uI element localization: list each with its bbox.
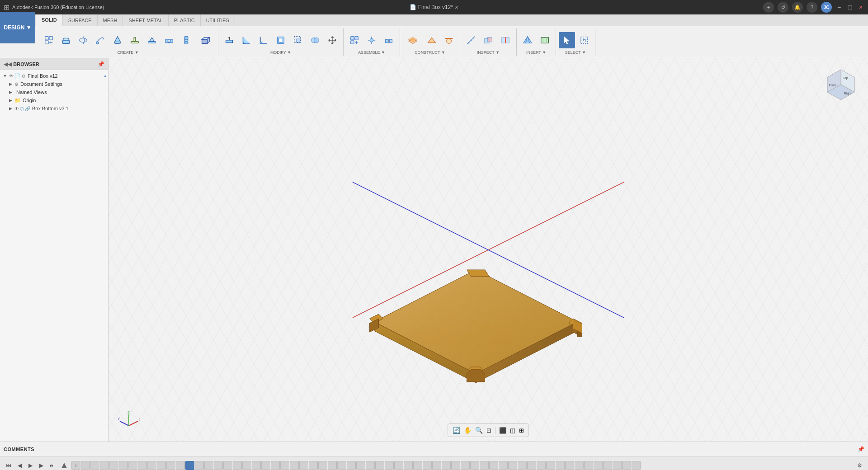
insert-mesh-button[interactable] — [519, 32, 536, 48]
insert-label[interactable]: INSERT ▼ — [526, 50, 546, 56]
timeline-mark-17[interactable] — [233, 461, 242, 470]
hole-button[interactable] — [161, 32, 177, 48]
visual-style-button[interactable]: ◫ — [509, 426, 516, 435]
timeline-mark-12[interactable] — [185, 461, 194, 470]
tab-solid[interactable]: SOLID — [36, 14, 63, 26]
expand-icon[interactable]: ▼ — [2, 73, 8, 79]
timeline-mark-2[interactable] — [90, 461, 99, 470]
timeline-settings-button[interactable]: ⚙ — [854, 461, 864, 470]
timeline-mark-24[interactable] — [299, 461, 308, 470]
timeline-mark-53[interactable] — [575, 461, 584, 470]
timeline-mark-54[interactable] — [584, 461, 593, 470]
inspect-label[interactable]: INSPECT ▼ — [477, 50, 500, 56]
interference-button[interactable] — [480, 32, 496, 48]
timeline-mark-49[interactable] — [537, 461, 546, 470]
tree-item-namedviews[interactable]: ▶ Named Views — [0, 88, 108, 96]
grid-settings-button[interactable]: ⊞ — [518, 426, 525, 435]
timeline-mark-48[interactable] — [527, 461, 536, 470]
timeline-mark-52[interactable] — [565, 461, 574, 470]
tree-item-finalbox[interactable]: ▼ 👁 📄 ⚙ Final Box v12 ● — [0, 72, 108, 80]
timeline-mark-57[interactable] — [613, 461, 622, 470]
timeline-mark-4[interactable] — [109, 461, 118, 470]
sweep-button[interactable] — [92, 32, 108, 48]
timeline-mark-55[interactable] — [594, 461, 603, 470]
section-analysis-button[interactable] — [497, 32, 514, 48]
refresh-button[interactable]: ↺ — [778, 2, 788, 13]
timeline-mark-18[interactable] — [242, 461, 251, 470]
timeline-play-button[interactable]: ▶ — [25, 461, 35, 470]
comments-expand-icon[interactable]: 📌 — [858, 446, 864, 452]
timeline-mark-23[interactable] — [290, 461, 299, 470]
timeline-mark-14[interactable] — [204, 461, 213, 470]
timeline-mark-11[interactable] — [176, 461, 185, 470]
timeline-mark-33[interactable] — [385, 461, 394, 470]
browser-pin-icon[interactable]: 📌 — [98, 61, 104, 67]
assemble-label[interactable]: ASSEMBLE ▼ — [358, 50, 385, 56]
extrude-button[interactable] — [58, 32, 74, 48]
tree-item-docsettings[interactable]: ▶ ⚙ Document Settings — [0, 80, 108, 88]
viewport-orbit-button[interactable]: 🔄 — [452, 426, 461, 435]
help-button[interactable]: ? — [807, 2, 817, 13]
minimize-button[interactable]: − — [835, 4, 843, 11]
timeline-mark-41[interactable] — [461, 461, 470, 470]
notification-bell[interactable]: 🔔 — [792, 2, 803, 13]
viewport-pan-button[interactable]: ✋ — [463, 426, 472, 435]
timeline-mark-51[interactable] — [556, 461, 565, 470]
timeline-mark-50[interactable] — [546, 461, 555, 470]
shell-button[interactable] — [273, 32, 289, 48]
eye-icon[interactable]: 👁 — [9, 74, 14, 79]
timeline-mark-31[interactable] — [366, 461, 375, 470]
timeline-mark-22[interactable] — [280, 461, 289, 470]
timeline-mark-3[interactable] — [100, 461, 109, 470]
close-button[interactable]: × — [857, 4, 864, 11]
timeline-mark-37[interactable] — [423, 461, 432, 470]
measure-button[interactable] — [463, 32, 479, 48]
user-avatar[interactable]: JC — [821, 2, 832, 13]
timeline-mark-43[interactable] — [480, 461, 489, 470]
rib-button[interactable] — [127, 32, 143, 48]
expand-icon[interactable]: ▶ — [7, 89, 14, 95]
modify-label[interactable]: MODIFY ▼ — [270, 50, 291, 56]
fillet-button[interactable] — [238, 32, 255, 48]
new-tab-button[interactable]: + — [763, 2, 774, 13]
chamfer-button[interactable] — [255, 32, 272, 48]
tab-surface[interactable]: SURFACE — [63, 14, 98, 26]
timeline-mark-47[interactable] — [518, 461, 527, 470]
timeline-go-end-button[interactable]: ⏭ — [47, 461, 57, 470]
timeline-mark-6[interactable] — [128, 461, 137, 470]
browser-collapse-icon[interactable]: ◀◀ — [4, 61, 12, 67]
timeline-mark-9[interactable] — [157, 461, 166, 470]
timeline-mark-32[interactable] — [375, 461, 384, 470]
loft-button[interactable] — [109, 32, 126, 48]
select-button[interactable] — [559, 32, 575, 48]
viewport-fit-button[interactable]: ⊡ — [486, 426, 492, 435]
tab-mesh[interactable]: MESH — [98, 14, 123, 26]
thread-button[interactable] — [178, 32, 194, 48]
timeline-mark-45[interactable] — [499, 461, 508, 470]
create-label[interactable]: CREATE ▼ — [117, 50, 138, 56]
expand-icon[interactable]: ▶ — [7, 97, 14, 103]
expand-icon[interactable]: ▶ — [7, 81, 14, 87]
press-pull-button[interactable] — [221, 32, 237, 48]
box-button[interactable] — [195, 30, 215, 50]
web-button[interactable] — [144, 32, 160, 48]
timeline-mark-1[interactable] — [81, 461, 90, 470]
tangent-plane-button[interactable] — [441, 32, 457, 48]
plane-at-angle-button[interactable] — [424, 32, 440, 48]
timeline-mark-10[interactable] — [166, 461, 175, 470]
timeline-mark-34[interactable] — [394, 461, 403, 470]
viewport-zoom-button[interactable]: 🔍 — [474, 426, 484, 435]
timeline-mark-30[interactable] — [356, 461, 365, 470]
expand-icon[interactable]: ▶ — [7, 105, 14, 112]
viewport[interactable]: Top Front Right X Y Z — [108, 58, 868, 442]
timeline-prev-button[interactable]: ◀ — [14, 461, 24, 470]
attach-canvas-button[interactable] — [537, 32, 553, 48]
timeline-mark-28[interactable] — [337, 461, 346, 470]
as-built-joint-button[interactable] — [381, 32, 397, 48]
timeline-mark-8[interactable] — [147, 461, 156, 470]
app-grid-icon[interactable]: ⊞ — [4, 3, 9, 12]
timeline-go-start-button[interactable]: ⏮ — [4, 461, 14, 470]
timeline-mark-7[interactable] — [138, 461, 147, 470]
timeline-mark-19[interactable] — [252, 461, 261, 470]
timeline-mark-44[interactable] — [489, 461, 498, 470]
